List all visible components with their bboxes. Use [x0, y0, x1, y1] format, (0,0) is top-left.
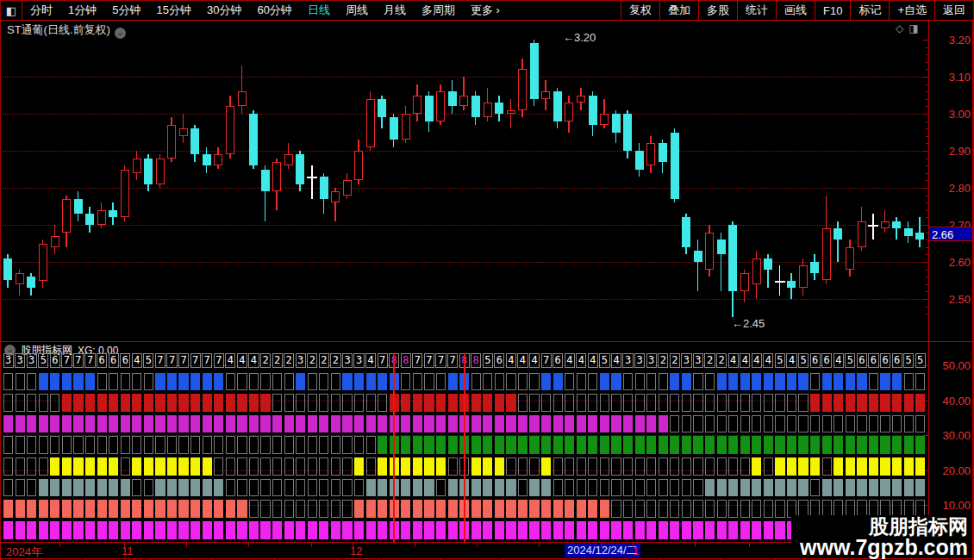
price-axis-minor-tick	[926, 210, 928, 211]
empty-cell	[27, 436, 36, 454]
empty-cell	[623, 394, 633, 412]
candle	[728, 225, 737, 291]
empty-cell	[565, 457, 574, 476]
empty-cell	[577, 479, 586, 497]
empty-cell	[16, 457, 25, 476]
yellow-row-block	[144, 457, 153, 476]
tool-item[interactable]: 返回	[934, 1, 973, 20]
empty-cell	[506, 373, 515, 391]
tool-item[interactable]: 画线	[776, 1, 815, 20]
blue-row-block	[553, 373, 563, 391]
magenta2-row-block	[752, 521, 761, 539]
tool-item[interactable]: F10	[815, 1, 850, 20]
candle	[892, 221, 901, 229]
timeframe-item[interactable]: 5分钟	[104, 3, 148, 18]
empty-cell	[810, 479, 820, 497]
yellow-row-block	[471, 457, 481, 476]
signal-count-cell: 5	[599, 353, 609, 368]
candle-wick	[872, 214, 874, 240]
tool-item[interactable]: 多股	[698, 1, 737, 20]
empty-cell	[529, 394, 539, 412]
empty-cell	[659, 500, 668, 518]
green-row-block	[846, 436, 855, 454]
timeframe-item[interactable]: 日线	[300, 3, 338, 18]
last-price-badge: 2.66	[929, 227, 972, 241]
timeframe-item[interactable]: 更多 ›	[463, 3, 508, 18]
blue-row-block	[834, 373, 843, 391]
empty-cell	[97, 436, 107, 454]
salmon-row-block	[378, 500, 387, 518]
window-toggle-icon[interactable]: ◧	[1, 1, 22, 20]
timeframe-item[interactable]: 多周期	[414, 3, 463, 18]
magenta-row-block	[73, 415, 83, 433]
empty-cell	[16, 394, 25, 412]
empty-cell	[529, 373, 539, 391]
magenta2-row-block	[413, 521, 422, 539]
yellow-row-block	[869, 457, 878, 476]
signal-count-cell: 4	[225, 353, 235, 368]
empty-cell	[132, 373, 141, 391]
empty-cell	[121, 457, 130, 476]
magenta2-row-block	[272, 521, 282, 539]
magenta-row-block	[97, 415, 107, 433]
tool-item[interactable]: 复权	[621, 1, 659, 20]
empty-cell	[635, 373, 645, 391]
price-gridline	[3, 188, 928, 189]
magenta-row-block	[331, 415, 340, 433]
tool-item[interactable]: 统计	[737, 1, 776, 20]
salmon-row-block	[366, 500, 376, 518]
empty-cell	[272, 479, 282, 497]
timeframe-item[interactable]: 1分钟	[60, 3, 104, 18]
magenta2-row-block	[682, 521, 691, 539]
magenta-row-block	[203, 415, 212, 433]
tools-menu: 复权叠加多股统计画线F10标记+自选返回	[621, 1, 973, 20]
timeframe-item[interactable]: 月线	[376, 3, 414, 18]
red-row-block	[144, 394, 153, 412]
tool-item[interactable]: 叠加	[659, 1, 698, 20]
magenta-row-block	[50, 415, 59, 433]
green-row-block	[553, 436, 563, 454]
timeframe-item[interactable]: 15分钟	[148, 3, 198, 18]
candle	[775, 281, 785, 283]
blue-row-block	[846, 373, 855, 391]
empty-cell	[553, 479, 563, 497]
green-row-block	[471, 436, 481, 454]
date-axis-tick	[248, 543, 249, 547]
candle	[799, 265, 808, 288]
gray-row-block	[378, 479, 387, 497]
magenta2-row-block	[424, 521, 434, 539]
empty-cell	[740, 394, 750, 412]
magenta2-row-block	[62, 521, 72, 539]
panel-icon[interactable]: ◨	[908, 22, 923, 34]
price-axis-minor-tick	[926, 54, 928, 55]
signal-count-cell: 5	[143, 353, 153, 368]
timeframe-item[interactable]: 60分钟	[249, 3, 299, 18]
empty-cell	[670, 479, 679, 497]
salmon-row-block	[62, 500, 72, 518]
magenta-row-block	[144, 415, 153, 433]
tool-item[interactable]: 标记	[850, 1, 889, 20]
gray-row-block	[401, 479, 410, 497]
blue-row-block	[354, 373, 364, 391]
chevron-down-icon[interactable]: ⌄	[115, 28, 126, 39]
red-row-block	[424, 394, 434, 412]
gray-row-block	[529, 479, 539, 497]
tool-item[interactable]: +自选	[889, 1, 934, 20]
signal-count-cell: 5	[798, 353, 809, 368]
empty-cell	[705, 373, 715, 391]
empty-cell	[670, 415, 679, 433]
empty-cell	[611, 500, 621, 518]
timeframe-item[interactable]: 分时	[22, 3, 60, 18]
signal-count-cell: 8	[401, 353, 411, 368]
timeframe-item[interactable]: 30分钟	[199, 3, 249, 18]
empty-cell	[705, 415, 715, 433]
red-row-block	[73, 394, 83, 412]
empty-cell	[155, 436, 165, 454]
signal-count-cell: 6	[880, 353, 890, 368]
diamond-icon[interactable]: ◇	[896, 22, 908, 34]
empty-cell	[682, 479, 691, 497]
empty-cell	[728, 415, 738, 433]
empty-cell	[401, 373, 410, 391]
salmon-row-block	[226, 500, 235, 518]
timeframe-item[interactable]: 周线	[338, 3, 376, 18]
